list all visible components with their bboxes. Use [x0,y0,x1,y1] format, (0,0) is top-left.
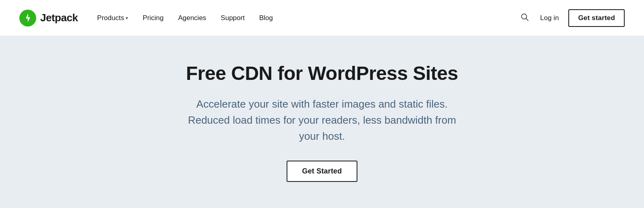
nav-item-products[interactable]: Products ▾ [97,14,128,22]
get-started-button[interactable]: Get started [568,9,625,27]
main-nav: Products ▾ Pricing Agencies Support Blog [97,14,518,22]
hero-subtitle: Accelerate your site with faster images … [177,96,467,145]
header: Jetpack Products ▾ Pricing Agencies Supp… [0,0,644,36]
nav-label-agencies: Agencies [178,14,206,22]
logo-link[interactable]: Jetpack [19,10,78,27]
search-icon [520,12,529,23]
hero-cta-button[interactable]: Get Started [287,161,357,182]
svg-line-1 [526,18,528,20]
search-button[interactable] [518,11,530,25]
nav-item-blog[interactable]: Blog [259,14,273,22]
nav-label-support: Support [221,14,245,22]
chevron-down-icon: ▾ [126,15,128,21]
nav-label-products: Products [97,14,124,22]
nav-item-support[interactable]: Support [221,14,245,22]
nav-label-pricing: Pricing [142,14,163,22]
header-right: Log in Get started [518,9,625,27]
logo-icon [19,10,36,27]
logo-text: Jetpack [40,12,78,24]
nav-label-blog: Blog [259,14,273,22]
login-link[interactable]: Log in [540,14,559,22]
hero-section: Free CDN for WordPress Sites Accelerate … [0,36,644,208]
nav-item-pricing[interactable]: Pricing [142,14,163,22]
nav-item-agencies[interactable]: Agencies [178,14,206,22]
hero-title: Free CDN for WordPress Sites [186,62,458,84]
